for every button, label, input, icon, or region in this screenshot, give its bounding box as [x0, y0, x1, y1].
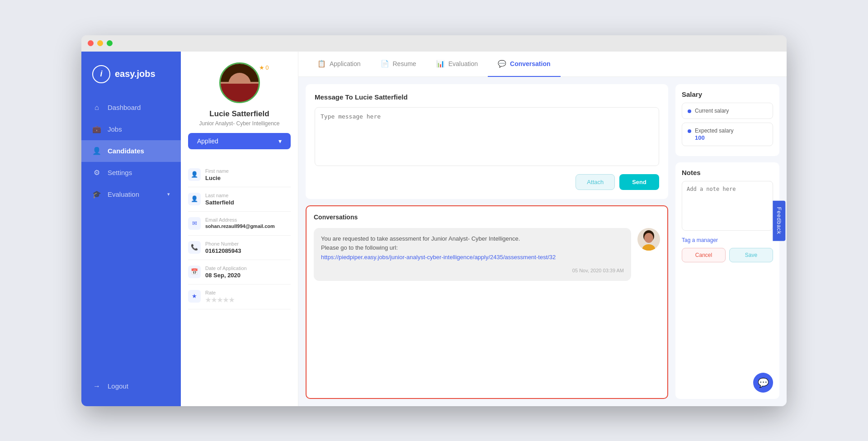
star-badge: ★ 0: [259, 64, 269, 71]
candidate-name: Lucie Satterfield: [209, 109, 269, 119]
logo: i easy.jobs: [81, 61, 181, 97]
current-salary-label: Current salary: [695, 108, 729, 114]
first-name-label: First name: [205, 168, 229, 174]
conversations-header: Conversations: [314, 213, 660, 221]
field-rate: ★ Rate ★★★★★: [188, 285, 291, 309]
user-icon: 👤: [188, 168, 201, 181]
home-icon: ⌂: [92, 103, 101, 112]
field-last-name: 👤 Last name Satterfield: [188, 187, 291, 212]
salary-card: Salary Current salary Expected salary: [675, 84, 779, 156]
avatar-svg: [637, 228, 660, 251]
tag-manager-link[interactable]: Tag a manager: [682, 237, 773, 243]
dropdown-chevron-icon: ▾: [278, 138, 282, 145]
sidebar-label-dashboard: Dashboard: [108, 104, 141, 111]
notes-input[interactable]: [682, 181, 773, 231]
send-button[interactable]: Send: [619, 174, 659, 190]
close-button[interactable]: [88, 40, 94, 46]
candidate-panel: ★ 0 Lucie Satterfield Junior Analyst- Cy…: [181, 52, 298, 406]
svg-point-1: [644, 233, 653, 243]
message-input[interactable]: [315, 107, 659, 166]
email-label: Email Address: [205, 217, 275, 223]
notes-actions: Cancel Save: [682, 248, 773, 262]
user-icon: 👤: [92, 147, 101, 156]
mail-icon: ✉: [188, 217, 201, 230]
tab-evaluation[interactable]: 📊 Evaluation: [426, 52, 488, 77]
tab-conversation-label: Conversation: [510, 60, 550, 67]
message-compose: Message To Lucie Satterfield Attach Send: [306, 84, 668, 199]
evaluation-tab-icon: 📊: [436, 60, 445, 68]
tab-application[interactable]: 📋 Application: [307, 52, 371, 77]
sidebar-label-candidates: Candidates: [108, 147, 144, 155]
message-bubble: You are requested to take assessment for…: [314, 228, 631, 281]
sidebar-nav: ⌂ Dashboard 💼 Jobs 👤 Candidates ⚙ Settin…: [81, 97, 181, 397]
star-icon: ★: [188, 290, 201, 303]
sidebar: i easy.jobs ⌂ Dashboard 💼 Jobs 👤 Candida…: [81, 52, 181, 406]
field-email: ✉ Email Address sohan.rezaull994@gmail.c…: [188, 212, 291, 236]
sidebar-label-logout: Logout: [108, 382, 128, 390]
candidate-header: ★ 0 Lucie Satterfield Junior Analyst- Cy…: [188, 62, 291, 149]
maximize-button[interactable]: [107, 40, 113, 46]
salary-dot-expected: [688, 129, 691, 133]
date-label: Date of Application: [205, 266, 247, 271]
date-value: 08 Sep, 2020: [205, 272, 247, 279]
avatar-wrap: ★ 0: [219, 62, 260, 103]
conv-avatar: [637, 228, 660, 251]
main-content: 📋 Application 📄 Resume 📊 Evaluation 💬 Co…: [298, 52, 787, 406]
expected-salary-value: 100: [695, 134, 733, 141]
conversations-box: Conversations You are requested to take …: [306, 205, 668, 399]
application-tab-icon: 📋: [317, 60, 326, 68]
expected-salary-item: Expected salary 100: [682, 123, 773, 146]
chevron-down-icon: ▾: [167, 191, 170, 197]
sidebar-label-evaluation: Evaluation: [108, 190, 139, 198]
sidebar-item-evaluation[interactable]: 🎓 Evaluation ▾: [81, 184, 181, 205]
field-phone: 📞 Phone Number 01612085943: [188, 236, 291, 260]
message-text: You are requested to take assessment for…: [321, 235, 556, 261]
right-panel: Salary Current salary Expected salary: [675, 84, 779, 399]
conversation-message: You are requested to take assessment for…: [314, 228, 660, 281]
minimize-button[interactable]: [97, 40, 103, 46]
calendar-icon: 📅: [188, 266, 201, 278]
gear-icon: ⚙: [92, 168, 101, 177]
phone-label: Phone Number: [205, 241, 241, 247]
content-body: Message To Lucie Satterfield Attach Send…: [298, 77, 787, 406]
conversation-tab-icon: 💬: [498, 60, 506, 68]
logo-icon: i: [92, 65, 110, 83]
last-name-label: Last name: [205, 193, 234, 198]
attach-button[interactable]: Attach: [576, 174, 615, 190]
save-button[interactable]: Save: [729, 248, 773, 262]
chat-bubble-button[interactable]: 💬: [753, 373, 773, 393]
message-actions: Attach Send: [315, 174, 659, 190]
feedback-button[interactable]: Feedback: [773, 200, 786, 241]
sidebar-item-logout[interactable]: → Logout: [81, 375, 181, 397]
svg-rect-3: [644, 245, 653, 251]
cancel-button[interactable]: Cancel: [682, 248, 726, 262]
logout-icon: →: [92, 382, 101, 391]
status-label: Applied: [197, 138, 218, 145]
first-name-value: Lucie: [205, 175, 229, 181]
tab-evaluation-label: Evaluation: [448, 60, 478, 67]
rate-stars: ★★★★★: [205, 296, 235, 303]
message-timestamp: 05 Nov, 2020 03:39 AM: [321, 267, 624, 275]
candidate-title: Junior Analyst- Cyber Intelligence: [199, 120, 279, 127]
sidebar-item-dashboard[interactable]: ⌂ Dashboard: [81, 97, 181, 119]
resume-tab-icon: 📄: [381, 60, 389, 68]
assessment-link[interactable]: https://piedpiper.easy.jobs/junior-analy…: [321, 254, 556, 261]
field-first-name: 👤 First name Lucie: [188, 163, 291, 187]
logo-text: easy.jobs: [115, 69, 156, 79]
salary-dot-current: [688, 109, 691, 113]
email-value: sohan.rezaull994@gmail.com: [205, 223, 275, 229]
tab-resume[interactable]: 📄 Resume: [371, 52, 426, 77]
status-dropdown[interactable]: Applied ▾: [188, 133, 291, 149]
tab-resume-label: Resume: [393, 60, 416, 67]
conversation-area: Message To Lucie Satterfield Attach Send…: [306, 84, 668, 399]
phone-icon: 📞: [188, 241, 201, 254]
expected-salary-label: Expected salary: [695, 128, 733, 134]
sidebar-item-settings[interactable]: ⚙ Settings: [81, 162, 181, 184]
avatar: [219, 62, 260, 103]
current-salary-item: Current salary: [682, 103, 773, 119]
sidebar-item-candidates[interactable]: 👤 Candidates: [81, 140, 181, 162]
last-name-value: Satterfield: [205, 199, 234, 206]
candidate-fields: 👤 First name Lucie 👤 Last name Satterfie…: [188, 163, 291, 309]
sidebar-item-jobs[interactable]: 💼 Jobs: [81, 119, 181, 140]
tab-conversation[interactable]: 💬 Conversation: [488, 52, 560, 77]
